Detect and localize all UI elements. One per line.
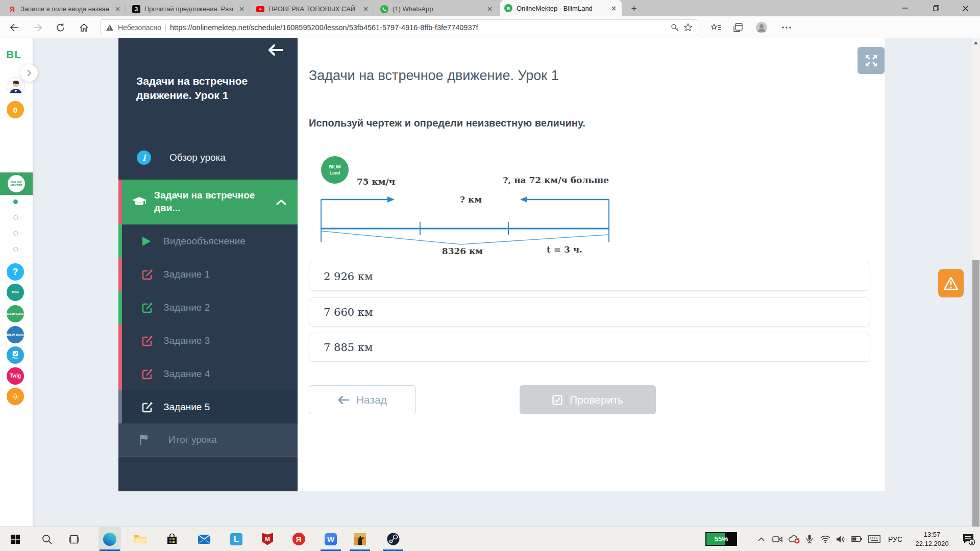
url-text: https://onlinemektep.net/schedule/160859… [170,23,666,32]
tab-title: Запиши в поле ввода название [20,5,109,13]
tray-onedrive-error[interactable] [786,527,802,551]
taskbar-explorer-button[interactable] [129,527,151,551]
favorite-star-icon[interactable] [683,23,693,32]
taskbar-csgo-button[interactable] [349,527,371,551]
collections-icon[interactable] [731,21,745,34]
taskbar-edge-button[interactable] [99,527,121,551]
taskbar-mail-button[interactable] [193,527,215,551]
window-minimize-button[interactable] [890,0,920,16]
password-key-icon[interactable] [670,23,679,32]
warning-feedback-button[interactable] [938,269,964,297]
sidebar-item-summary[interactable]: Итог урока [118,423,298,457]
favorites-bar-icon[interactable] [709,21,723,34]
taskbar-wps-button[interactable]: W [320,527,342,551]
rail-dot-filled[interactable] [13,199,18,204]
new-tab-button[interactable]: + [627,2,641,15]
sidebar-item-video[interactable]: Видеообъяснение [118,224,298,258]
twig-app-icon[interactable]: Twig [7,367,24,385]
scrollbar-up-arrow[interactable] [974,41,978,44]
tray-notifications[interactable]: 5 [958,527,980,551]
page-scrollbar[interactable] [972,38,980,527]
back-button[interactable]: Назад [309,385,416,414]
help-icon[interactable]: ? [7,263,24,281]
back-icon[interactable] [7,20,21,35]
tray-volume[interactable] [833,527,848,551]
sidebar-item-task2[interactable]: Задание 2 [118,291,298,324]
user-avatar[interactable] [7,77,25,95]
taskbar-search-button[interactable] [36,527,58,551]
answer-option-2[interactable]: 7 660 км [309,297,870,327]
url-field[interactable]: Небезопасно https://onlinemektep.net/sch… [100,19,698,35]
refresh-icon[interactable] [54,20,68,35]
answer-option-3[interactable]: 7 885 км [309,333,870,362]
taskbar-mcafee-button[interactable]: M [256,527,279,551]
rail-dot[interactable] [13,231,18,236]
tab-close-icon[interactable] [485,5,494,13]
home-icon[interactable] [77,20,91,35]
itest-app-icon[interactable]: iTest [7,346,24,364]
tab-close-icon[interactable] [361,5,370,13]
rail-expand-chevron-button[interactable] [20,64,38,82]
yandex-favicon: Я [8,5,16,13]
tab-whatsapp[interactable]: (1) WhatsApp [376,2,498,16]
window-restore-button[interactable] [921,0,951,16]
bilimland-app-icon[interactable]: BILIM Land [7,305,24,322]
answer-option-1[interactable]: 2 926 км [309,262,870,291]
sidebar-back-button[interactable] [268,44,283,56]
rail-item-onlinemektep-active[interactable]: ONLINE MEKTEP [0,172,33,195]
bilimland-logo[interactable]: BL [6,48,21,61]
keyboard-icon [868,535,880,543]
webinar-app-icon[interactable] [7,388,24,405]
start-button[interactable] [4,527,27,551]
battery-percent-widget[interactable]: 55% [705,532,737,546]
file-explorer-icon [133,534,146,544]
task-view-button[interactable] [63,527,85,551]
sidebar-item-overview[interactable]: i Обзор урока [118,135,298,180]
tab-close-icon[interactable] [237,5,246,13]
tab-close-icon[interactable] [113,5,121,13]
task-instruction: Используй чертеж и определи неизвестную … [309,117,585,129]
tab-reading-task[interactable]: 3 Прочитай предложения. Разме [128,2,250,16]
check-button[interactable]: Проверить [520,385,656,414]
back-arrow-icon [268,44,283,56]
tray-touch-keyboard[interactable] [866,527,883,551]
pisa-app-icon[interactable]: PISA [7,284,24,301]
taskbar-steam-button[interactable] [382,527,404,551]
tray-clock[interactable]: 13:57 22.12.2020 [908,527,957,551]
tab-close-icon[interactable] [609,4,618,12]
tab-yandex-task[interactable]: Я Запиши в поле ввода название [4,2,126,16]
left-arrow-icon [338,396,349,404]
browser-address-bar: Небезопасно https://onlinemektep.net/sch… [0,16,980,38]
browser-tab-bar: Я Запиши в поле ввода название 3 Прочита… [0,0,980,16]
taskbar-lightshot-button[interactable]: L [225,527,248,551]
tray-microphone[interactable] [802,527,817,551]
window-close-button[interactable] [950,0,980,16]
sidebar-item-task5-active[interactable]: Задание 5 [118,390,298,423]
fullscreen-button[interactable] [857,47,885,74]
forward-icon[interactable] [31,20,45,35]
scrollbar-thumb[interactable] [972,260,979,527]
tab-onlinemektep-active[interactable]: B OnlineMektep - BilimLand [500,0,622,16]
profile-avatar-icon[interactable] [755,21,768,34]
sidebar-section-active[interactable]: Задачи на встречное дви... [118,180,298,224]
sidebar-item-task3[interactable]: Задание 3 [118,324,298,357]
tray-battery[interactable] [848,527,865,551]
tray-meet-now[interactable] [770,527,785,551]
settings-more-icon[interactable] [780,21,793,34]
task-view-icon [69,535,79,544]
sidebar-item-task1[interactable]: Задание 1 [118,258,298,291]
sidebar-item-label: Обзор урока [169,152,226,163]
rail-dot[interactable] [13,215,18,220]
clock-time: 13:57 [924,530,941,539]
rail-dot[interactable] [13,247,18,252]
tray-language[interactable]: РУС [884,527,906,551]
notification-center-icon: 5 [962,533,975,545]
coins-badge[interactable]: 0 [7,101,24,118]
sidebar-item-task4[interactable]: Задание 4 [118,357,298,390]
tray-wifi[interactable] [818,527,833,551]
taskbar-store-button[interactable] [161,527,183,551]
taskbar-yandex-button[interactable]: Я [287,527,310,551]
tab-youtube[interactable]: ПРОВЕРКА ТОПОВЫХ САЙТОВ [252,2,374,16]
bilimbook-app-icon[interactable]: BILIM Book [7,326,24,343]
tray-chevron-up[interactable] [753,527,769,551]
